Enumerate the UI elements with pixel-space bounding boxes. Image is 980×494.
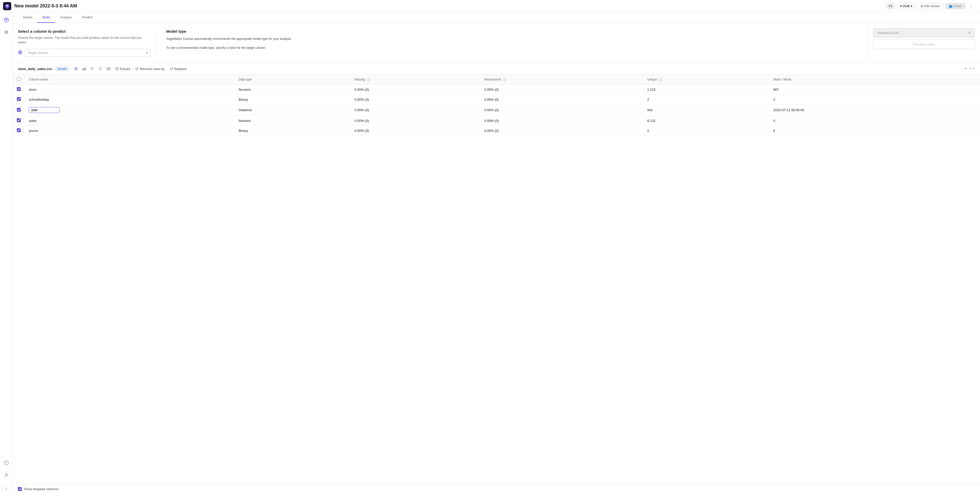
col-name-value: promo: [29, 129, 38, 133]
svg-rect-15: [74, 70, 77, 70]
collapse-table-button[interactable]: ⌃⌃: [964, 67, 975, 71]
more-options-button[interactable]: ⋮: [967, 3, 975, 10]
mean-mode-value: 907: [773, 88, 779, 91]
table-row: store Numeric 0.00% (0) 0.00% (0) 1,115 …: [13, 84, 980, 94]
missing-cell: 0.00% (0): [350, 84, 480, 94]
extract-button[interactable]: Extract: [113, 66, 132, 72]
unique-cell: 942: [643, 105, 769, 116]
mismatched-value: 0.00% (0): [484, 88, 498, 91]
unique-value: 942: [647, 108, 653, 112]
svg-rect-17: [84, 68, 84, 70]
add-version-label: Add version: [924, 4, 940, 8]
filter-button[interactable]: [89, 66, 96, 72]
unique-cell: 1,115: [643, 84, 769, 94]
col-name-value: schoolholiday: [29, 98, 49, 102]
svg-text:?: ?: [5, 461, 7, 464]
user-icon[interactable]: [3, 472, 10, 479]
tab-analyze[interactable]: Analyze: [55, 12, 77, 23]
select-chevron-icon: ▾: [146, 51, 148, 55]
row-checkbox[interactable]: [17, 118, 21, 122]
plus-circle-icon: ⊕: [921, 4, 923, 8]
unique-info-icon[interactable]: i: [659, 78, 662, 81]
draft-label: Draft: [903, 4, 910, 8]
row-checkbox-cell: [13, 116, 25, 126]
table-section: store_daily_sales.csv Sample: [13, 63, 980, 484]
row-checkbox[interactable]: [17, 128, 21, 132]
standard-build-button[interactable]: Standard build ▾: [873, 28, 975, 38]
unique-cell: 8,122: [643, 116, 769, 126]
mean-mode-cell: 0: [769, 116, 980, 126]
tab-predict[interactable]: Predict: [77, 12, 97, 23]
home-icon[interactable]: [3, 16, 10, 24]
column-predict-section: Select a column to predict Choose the ta…: [18, 29, 151, 57]
share-icon: 👥: [949, 4, 953, 8]
predict-section-desc: Choose the target column. The model that…: [18, 35, 151, 45]
app-logo: [3, 2, 11, 10]
remove-rows-button[interactable]: Remove rows by: [133, 66, 167, 72]
chart-view-button[interactable]: [80, 66, 88, 72]
mean-mode-cell: 0: [769, 94, 980, 105]
help-icon[interactable]: ?: [3, 459, 10, 466]
tab-select[interactable]: Select: [18, 12, 37, 23]
unique-value: 8,122: [647, 119, 655, 123]
col-name-cell: promo: [25, 126, 234, 136]
mean-mode-cell: 2015-07-11 00:00:00: [769, 105, 980, 116]
row-checkbox[interactable]: [17, 108, 21, 112]
draft-button[interactable]: Draft ▾: [897, 3, 915, 9]
data-type-value: Numeric: [239, 88, 251, 91]
model-type-title: Model type: [166, 29, 862, 33]
target-input-wrap: Target column ▾: [18, 49, 151, 57]
unique-value: 1,115: [647, 88, 655, 91]
mismatched-info-icon[interactable]: i: [503, 78, 506, 81]
row-checkbox[interactable]: [17, 87, 21, 91]
mismatched-cell: 0.00% (0): [480, 94, 643, 105]
model-type-section: Model type SageMaker Canvas automaticall…: [156, 29, 862, 57]
col-name-input[interactable]: [29, 107, 59, 113]
col-name-cell: schoolholiday: [25, 94, 234, 105]
svg-rect-4: [5, 31, 8, 32]
version-badge[interactable]: V1: [886, 3, 895, 9]
target-column-select[interactable]: Target column ▾: [24, 49, 151, 57]
missing-value: 0.00% (0): [355, 129, 369, 133]
menu-icon[interactable]: [3, 29, 10, 36]
sample-badge: Sample: [55, 67, 69, 71]
svg-rect-14: [74, 69, 77, 69]
replace-button[interactable]: Replace: [167, 66, 188, 72]
table-toolbar: store_daily_sales.csv Sample: [13, 63, 980, 75]
add-version-button[interactable]: ⊕ Add version: [917, 3, 943, 9]
mismatched-value: 0.00% (0): [484, 129, 498, 133]
data-type-cell: Datetime: [234, 105, 350, 116]
preview-model-button[interactable]: Preview model: [873, 40, 975, 49]
table-body: store Numeric 0.00% (0) 0.00% (0) 1,115 …: [13, 84, 980, 136]
mismatched-cell: 0.00% (0): [480, 105, 643, 116]
col-name-value: store: [29, 88, 36, 91]
missing-value: 0.00% (0): [355, 108, 369, 112]
mean-mode-value: 0: [773, 129, 775, 133]
expand-sidebar-button[interactable]: ›: [3, 485, 9, 494]
show-dropped-checkbox[interactable]: [18, 487, 22, 491]
row-checkbox-cell: [13, 105, 25, 116]
svg-rect-13: [74, 67, 77, 68]
tab-build[interactable]: Build: [37, 12, 55, 23]
mean-mode-value: 0: [773, 119, 775, 123]
row-checkbox[interactable]: [17, 97, 21, 101]
share-label: Share: [954, 4, 962, 8]
col-name-cell: [25, 105, 234, 116]
missing-value: 0.00% (0): [355, 119, 369, 123]
share-button[interactable]: 👥 Share: [945, 3, 965, 9]
data-type-cell: Binary: [234, 126, 350, 136]
select-all-checkbox[interactable]: [17, 77, 21, 81]
svg-rect-5: [5, 32, 8, 32]
search-button[interactable]: [97, 66, 104, 72]
target-icon: [18, 50, 22, 56]
mismatched-cell: 0.00% (0): [480, 84, 643, 94]
data-type-header: Data type: [234, 75, 350, 84]
columns-button[interactable]: [105, 66, 112, 72]
mismatched-cell: 0.00% (0): [480, 126, 643, 136]
mismatched-header: Mismatched i: [480, 75, 643, 84]
row-checkbox-cell: [13, 126, 25, 136]
missing-cell: 0.00% (0): [350, 116, 480, 126]
list-view-button[interactable]: [72, 66, 80, 72]
missing-info-icon[interactable]: i: [367, 78, 370, 81]
mismatched-value: 0.00% (0): [484, 108, 498, 112]
